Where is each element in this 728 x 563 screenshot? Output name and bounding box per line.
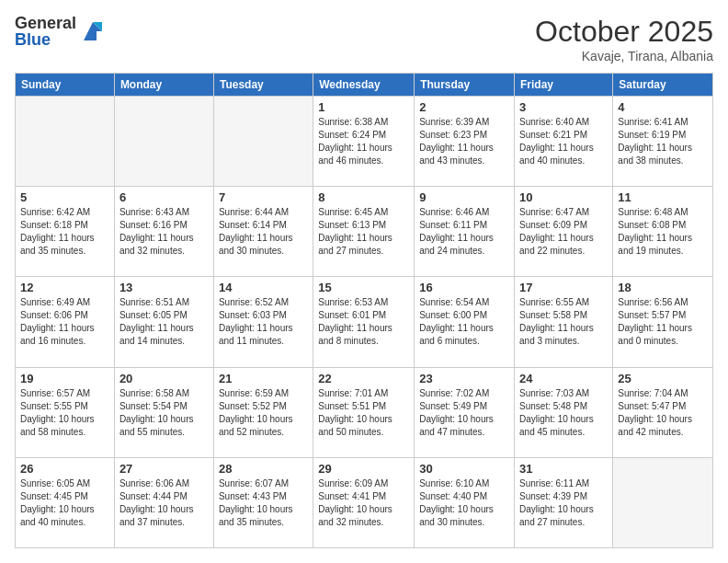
day-number: 19	[20, 372, 109, 385]
day-number: 5	[20, 190, 109, 204]
calendar-cell: 26Sunrise: 6:05 AM Sunset: 4:45 PM Dayli…	[16, 457, 115, 547]
calendar-cell: 2Sunrise: 6:39 AM Sunset: 6:23 PM Daylig…	[415, 97, 515, 187]
day-number: 30	[419, 462, 509, 476]
calendar-cell: 5Sunrise: 6:42 AM Sunset: 6:18 PM Daylig…	[16, 187, 115, 277]
day-number: 18	[618, 281, 708, 294]
day-number: 23	[419, 372, 509, 385]
day-info: Sunrise: 6:43 AM Sunset: 6:16 PM Dayligh…	[119, 206, 209, 258]
day-number: 4	[618, 100, 708, 114]
calendar-week-row: 12Sunrise: 6:49 AM Sunset: 6:06 PM Dayli…	[16, 277, 713, 367]
day-info: Sunrise: 6:09 AM Sunset: 4:41 PM Dayligh…	[318, 477, 409, 529]
day-number: 10	[519, 190, 608, 204]
day-info: Sunrise: 6:44 AM Sunset: 6:14 PM Dayligh…	[219, 206, 308, 258]
page: General Blue October 2025 Kavaje, Tirana…	[0, 0, 728, 563]
weekday-header-monday: Monday	[114, 74, 213, 97]
calendar-week-row: 26Sunrise: 6:05 AM Sunset: 4:45 PM Dayli…	[16, 457, 713, 547]
day-info: Sunrise: 6:47 AM Sunset: 6:09 PM Dayligh…	[519, 206, 608, 258]
day-info: Sunrise: 6:56 AM Sunset: 5:57 PM Dayligh…	[618, 296, 708, 348]
day-info: Sunrise: 6:52 AM Sunset: 6:03 PM Dayligh…	[219, 296, 308, 348]
day-number: 11	[618, 190, 708, 204]
calendar-cell	[16, 97, 115, 187]
day-info: Sunrise: 6:07 AM Sunset: 4:43 PM Dayligh…	[219, 477, 308, 529]
calendar-week-row: 19Sunrise: 6:57 AM Sunset: 5:55 PM Dayli…	[16, 367, 713, 457]
calendar-cell: 16Sunrise: 6:54 AM Sunset: 6:00 PM Dayli…	[415, 277, 515, 367]
day-info: Sunrise: 6:53 AM Sunset: 6:01 PM Dayligh…	[318, 296, 409, 348]
day-info: Sunrise: 6:41 AM Sunset: 6:19 PM Dayligh…	[618, 116, 708, 167]
day-number: 26	[20, 462, 109, 476]
calendar-cell: 17Sunrise: 6:55 AM Sunset: 5:58 PM Dayli…	[515, 277, 613, 367]
day-number: 6	[119, 190, 209, 204]
calendar-cell: 30Sunrise: 6:10 AM Sunset: 4:40 PM Dayli…	[415, 457, 515, 547]
day-number: 27	[119, 462, 209, 476]
calendar-cell: 3Sunrise: 6:40 AM Sunset: 6:21 PM Daylig…	[515, 97, 613, 187]
day-number: 14	[219, 281, 308, 294]
day-number: 31	[519, 462, 608, 476]
day-info: Sunrise: 6:06 AM Sunset: 4:44 PM Dayligh…	[119, 477, 209, 529]
day-info: Sunrise: 6:57 AM Sunset: 5:55 PM Dayligh…	[20, 387, 109, 439]
weekday-header-friday: Friday	[515, 74, 613, 97]
calendar-cell	[613, 457, 713, 547]
calendar-cell: 21Sunrise: 6:59 AM Sunset: 5:52 PM Dayli…	[213, 367, 313, 457]
day-number: 1	[318, 100, 409, 114]
day-info: Sunrise: 7:03 AM Sunset: 5:48 PM Dayligh…	[519, 387, 608, 439]
day-info: Sunrise: 6:58 AM Sunset: 5:54 PM Dayligh…	[119, 387, 209, 439]
day-number: 28	[219, 462, 308, 476]
calendar-cell: 24Sunrise: 7:03 AM Sunset: 5:48 PM Dayli…	[515, 367, 613, 457]
day-number: 12	[20, 281, 109, 294]
calendar-cell: 6Sunrise: 6:43 AM Sunset: 6:16 PM Daylig…	[114, 187, 213, 277]
logo-general: General	[15, 15, 76, 31]
calendar-cell: 1Sunrise: 6:38 AM Sunset: 6:24 PM Daylig…	[313, 97, 415, 187]
day-number: 25	[618, 372, 708, 385]
logo-text: General Blue	[15, 15, 76, 48]
calendar-cell: 23Sunrise: 7:02 AM Sunset: 5:49 PM Dayli…	[415, 367, 515, 457]
day-info: Sunrise: 6:48 AM Sunset: 6:08 PM Dayligh…	[618, 206, 708, 258]
day-info: Sunrise: 6:40 AM Sunset: 6:21 PM Dayligh…	[519, 116, 608, 167]
day-info: Sunrise: 7:04 AM Sunset: 5:47 PM Dayligh…	[618, 387, 708, 439]
calendar-cell: 31Sunrise: 6:11 AM Sunset: 4:39 PM Dayli…	[515, 457, 613, 547]
calendar-cell: 29Sunrise: 6:09 AM Sunset: 4:41 PM Dayli…	[313, 457, 415, 547]
day-number: 22	[318, 372, 409, 385]
day-number: 9	[419, 190, 509, 204]
calendar-cell: 10Sunrise: 6:47 AM Sunset: 6:09 PM Dayli…	[515, 187, 613, 277]
calendar-cell: 25Sunrise: 7:04 AM Sunset: 5:47 PM Dayli…	[613, 367, 713, 457]
day-number: 13	[119, 281, 209, 294]
day-number: 15	[318, 281, 409, 294]
calendar-cell: 4Sunrise: 6:41 AM Sunset: 6:19 PM Daylig…	[613, 97, 713, 187]
day-info: Sunrise: 7:02 AM Sunset: 5:49 PM Dayligh…	[419, 387, 509, 439]
weekday-header-wednesday: Wednesday	[313, 74, 415, 97]
day-info: Sunrise: 6:11 AM Sunset: 4:39 PM Dayligh…	[519, 477, 608, 529]
day-info: Sunrise: 6:45 AM Sunset: 6:13 PM Dayligh…	[318, 206, 409, 258]
calendar-week-row: 5Sunrise: 6:42 AM Sunset: 6:18 PM Daylig…	[16, 187, 713, 277]
day-info: Sunrise: 6:39 AM Sunset: 6:23 PM Dayligh…	[419, 116, 509, 167]
calendar-cell: 13Sunrise: 6:51 AM Sunset: 6:05 PM Dayli…	[114, 277, 213, 367]
day-number: 21	[219, 372, 308, 385]
day-number: 3	[519, 100, 608, 114]
calendar-cell: 18Sunrise: 6:56 AM Sunset: 5:57 PM Dayli…	[613, 277, 713, 367]
calendar-cell: 15Sunrise: 6:53 AM Sunset: 6:01 PM Dayli…	[313, 277, 415, 367]
calendar-week-row: 1Sunrise: 6:38 AM Sunset: 6:24 PM Daylig…	[16, 97, 713, 187]
day-number: 16	[419, 281, 509, 294]
calendar-cell: 8Sunrise: 6:45 AM Sunset: 6:13 PM Daylig…	[313, 187, 415, 277]
weekday-header-thursday: Thursday	[415, 74, 515, 97]
day-info: Sunrise: 6:42 AM Sunset: 6:18 PM Dayligh…	[20, 206, 109, 258]
calendar-cell: 27Sunrise: 6:06 AM Sunset: 4:44 PM Dayli…	[114, 457, 213, 547]
day-info: Sunrise: 6:49 AM Sunset: 6:06 PM Dayligh…	[20, 296, 109, 348]
day-info: Sunrise: 6:59 AM Sunset: 5:52 PM Dayligh…	[219, 387, 308, 439]
calendar-header-row: SundayMondayTuesdayWednesdayThursdayFrid…	[16, 74, 713, 97]
day-info: Sunrise: 6:51 AM Sunset: 6:05 PM Dayligh…	[119, 296, 209, 348]
calendar-cell: 9Sunrise: 6:46 AM Sunset: 6:11 PM Daylig…	[415, 187, 515, 277]
calendar-cell: 20Sunrise: 6:58 AM Sunset: 5:54 PM Dayli…	[114, 367, 213, 457]
day-number: 8	[318, 190, 409, 204]
day-info: Sunrise: 6:54 AM Sunset: 6:00 PM Dayligh…	[419, 296, 509, 348]
day-info: Sunrise: 6:55 AM Sunset: 5:58 PM Dayligh…	[519, 296, 608, 348]
weekday-header-tuesday: Tuesday	[213, 74, 313, 97]
day-number: 17	[519, 281, 608, 294]
logo: General Blue	[15, 15, 106, 48]
day-number: 2	[419, 100, 509, 114]
calendar-cell	[114, 97, 213, 187]
calendar-cell: 12Sunrise: 6:49 AM Sunset: 6:06 PM Dayli…	[16, 277, 115, 367]
title-section: October 2025 Kavaje, Tirana, Albania	[535, 15, 713, 63]
day-info: Sunrise: 6:10 AM Sunset: 4:40 PM Dayligh…	[419, 477, 509, 529]
day-info: Sunrise: 6:38 AM Sunset: 6:24 PM Dayligh…	[318, 116, 409, 167]
logo-icon	[80, 18, 106, 44]
